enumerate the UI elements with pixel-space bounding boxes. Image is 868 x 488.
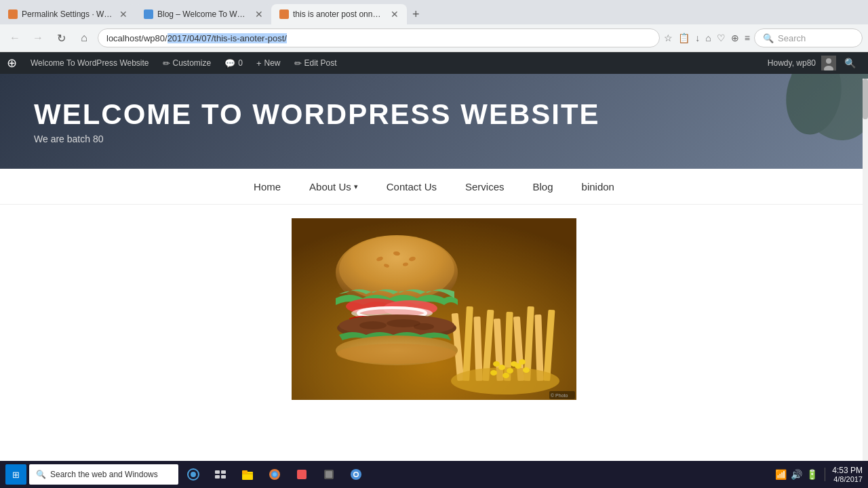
address-bar: ← → ↻ ⌂ localhost/wp80/2017/04/07/this-i…	[0, 24, 868, 52]
taskbar-file-explorer[interactable]	[235, 462, 260, 487]
nav-item-home[interactable]: Home	[243, 169, 292, 204]
nav-item-blog[interactable]: Blog	[522, 169, 564, 204]
home-browser-button[interactable]: ⌂	[75, 28, 94, 47]
wp-customize[interactable]: ✏ Customize	[156, 52, 218, 74]
tab-permalink-settings[interactable]: Permalink Settings · Welc... ✕	[0, 4, 136, 24]
volume-icon[interactable]: 🔊	[791, 469, 802, 480]
tab-favicon-2	[144, 9, 153, 19]
nav-item-about[interactable]: About Us ▾	[298, 169, 369, 204]
url-prefix: localhost/wp80/	[106, 33, 167, 43]
taskbar-app2[interactable]	[317, 462, 341, 487]
main-content: © Photo	[0, 205, 868, 413]
menu-icon[interactable]: ≡	[745, 33, 750, 43]
tab-close-2[interactable]: ✕	[255, 9, 263, 20]
svg-rect-55	[242, 470, 248, 474]
nav-label-blog: Blog	[533, 181, 553, 192]
nav-item-binidon[interactable]: binidon	[571, 169, 625, 204]
clock[interactable]: 4:53 PM 4/8/2017	[832, 466, 863, 483]
about-dropdown-arrow: ▾	[354, 182, 358, 191]
wp-site-name[interactable]: Welcome To WordPress Website	[24, 52, 156, 74]
home-icon[interactable]: ⌂	[705, 33, 711, 43]
hero-subtitle: We are batch 80	[34, 134, 834, 144]
scrollbar[interactable]	[863, 79, 868, 472]
new-icon: +	[256, 58, 262, 68]
nav-item-services[interactable]: Services	[454, 169, 515, 204]
hero-title: WELCOME TO WORDPRESS WEBSITE	[34, 98, 834, 131]
svg-point-49	[191, 472, 196, 477]
favorites-icon[interactable]: ♡	[717, 33, 726, 43]
howdy-text: Howdy, wp80	[768, 58, 816, 68]
url-bar[interactable]: localhost/wp80/2017/04/07/this-is-anoter…	[98, 28, 660, 47]
svg-rect-51	[221, 470, 226, 474]
nav-label-binidon: binidon	[582, 181, 614, 192]
svg-point-1	[826, 58, 831, 64]
wp-edit-post[interactable]: ✏ Edit Post	[288, 52, 344, 74]
tab-favicon-3	[279, 9, 289, 19]
wp-logo-icon[interactable]: ⊕	[7, 56, 17, 70]
battery-icon[interactable]: 🔋	[806, 469, 818, 480]
taskbar-chrome[interactable]	[344, 462, 368, 487]
taskbar-cortana[interactable]	[181, 462, 205, 487]
edit-post-label: Edit Post	[304, 58, 337, 68]
start-icon: ⊞	[12, 470, 20, 480]
scroll-thumb[interactable]	[863, 79, 868, 119]
wp-site-name-label: Welcome To WordPress Website	[31, 58, 149, 68]
tab-current-post[interactable]: this is anoter post onno ki... ✕	[271, 4, 407, 24]
svg-point-58	[273, 472, 277, 476]
search-bar-placeholder: Search	[778, 33, 806, 43]
back-button[interactable]: ←	[5, 28, 24, 47]
wp-avatar[interactable]	[821, 56, 836, 70]
tab-label-2: Blog – Welcome To Word...	[157, 9, 248, 19]
svg-point-18	[451, 367, 559, 394]
svg-point-22	[490, 370, 497, 375]
nav-label-services: Services	[465, 181, 505, 192]
clock-date: 4/8/2017	[832, 475, 863, 483]
url-highlighted: 2017/04/07/this-is-anoter-post/	[167, 33, 287, 43]
system-icons: 📶 🔊 🔋	[775, 469, 818, 480]
wp-admin-right: Howdy, wp80 🔍	[768, 56, 861, 70]
svg-point-20	[507, 368, 513, 373]
start-button[interactable]: ⊞	[5, 464, 26, 485]
browser-chrome: Permalink Settings · Welc... ✕ Blog – We…	[0, 0, 868, 52]
nav-label-contact: Contact Us	[387, 181, 437, 192]
taskbar-search[interactable]: 🔍 Search the web and Windows	[29, 464, 178, 485]
svg-point-27	[519, 359, 526, 365]
reading-list-icon[interactable]: 📋	[678, 33, 690, 43]
taskbar-search-text: Search the web and Windows	[50, 470, 158, 479]
tab-label-3: this is anoter post onno ki...	[293, 9, 384, 19]
comments-count: 0	[238, 58, 243, 68]
nav-label-about: About Us	[309, 181, 351, 192]
download-icon[interactable]: ↓	[695, 33, 700, 43]
tab-bar: Permalink Settings · Welc... ✕ Blog – We…	[0, 0, 868, 24]
taskbar-firefox[interactable]	[262, 462, 287, 487]
customize-label: Customize	[173, 58, 212, 68]
svg-point-24	[502, 373, 509, 378]
forward-button[interactable]: →	[28, 28, 47, 47]
tab-close-1[interactable]: ✕	[119, 9, 127, 20]
search-bar[interactable]: 🔍 Search	[754, 28, 863, 47]
refresh-button[interactable]: ↻	[52, 28, 71, 47]
tab-blog[interactable]: Blog – Welcome To Word... ✕	[136, 4, 271, 24]
new-tab-button[interactable]: +	[407, 7, 425, 22]
post-featured-image: © Photo	[292, 218, 576, 400]
wp-search-icon[interactable]: 🔍	[839, 58, 861, 68]
svg-rect-53	[221, 475, 226, 479]
taskbar-right: 📶 🔊 🔋 4:53 PM 4/8/2017	[775, 466, 863, 483]
tab-label-1: Permalink Settings · Welc...	[22, 9, 113, 19]
svg-rect-61	[326, 471, 332, 478]
wp-new[interactable]: + New	[250, 52, 288, 74]
svg-point-23	[523, 367, 530, 373]
nav-item-contact[interactable]: Contact Us	[376, 169, 448, 204]
address-icons: ☆ 📋 ↓ ⌂ ♡ ⊕ ≡	[664, 33, 750, 43]
share-icon[interactable]: ⊕	[731, 33, 739, 43]
svg-point-25	[511, 361, 517, 367]
wp-comments[interactable]: 💬 0	[218, 52, 250, 74]
network-icon[interactable]: 📶	[775, 469, 787, 480]
hero-section: WELCOME TO WORDPRESS WEBSITE We are batc…	[0, 74, 868, 169]
hero-content: WELCOME TO WORDPRESS WEBSITE We are batc…	[34, 98, 834, 144]
search-bar-icon: 🔍	[763, 33, 774, 43]
taskbar-app1[interactable]	[290, 462, 314, 487]
bookmark-icon[interactable]: ☆	[664, 33, 673, 43]
tab-close-3[interactable]: ✕	[391, 9, 399, 20]
taskbar-task-view[interactable]	[208, 462, 233, 487]
